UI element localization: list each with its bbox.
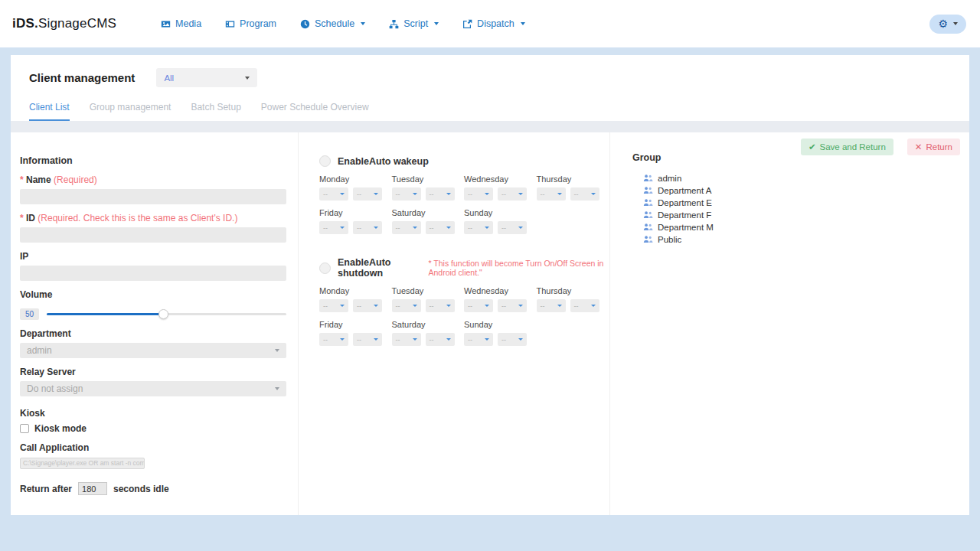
shutdown-hour-select[interactable]: -- xyxy=(319,333,348,346)
name-input[interactable] xyxy=(20,189,286,204)
kiosk-heading: Kiosk xyxy=(20,408,286,419)
group-item-label: admin xyxy=(658,174,681,183)
minute-select-value: -- xyxy=(430,224,434,232)
shutdown-minute-select[interactable]: -- xyxy=(498,299,527,312)
nav-item-script[interactable]: Script xyxy=(389,18,439,29)
page-title: Client management xyxy=(29,71,135,84)
group-tree-item[interactable]: admin xyxy=(643,172,969,184)
shutdown-minute-select[interactable]: -- xyxy=(353,333,382,346)
day-schedule-block: Monday -- -- xyxy=(319,286,392,312)
nav-item-label: Media xyxy=(175,18,201,29)
wakeup-hour-select[interactable]: -- xyxy=(537,187,566,201)
shutdown-minute-select[interactable]: -- xyxy=(570,299,599,312)
wakeup-hour-select[interactable]: -- xyxy=(464,221,493,234)
shutdown-minute-select[interactable]: -- xyxy=(426,299,455,312)
return-button[interactable]: ✕ Return xyxy=(907,139,960,155)
wakeup-minute-select[interactable]: -- xyxy=(498,221,527,234)
app-logo-rest: SignageCMS xyxy=(38,16,116,31)
minute-select-value: -- xyxy=(501,191,506,198)
wakeup-minute-select[interactable]: -- xyxy=(426,187,455,201)
shutdown-minute-select[interactable]: -- xyxy=(426,333,455,346)
volume-slider[interactable] xyxy=(47,309,286,319)
chevron-down-icon xyxy=(374,227,378,229)
minute-select-value: -- xyxy=(357,336,361,344)
client-filter-select[interactable]: All xyxy=(156,68,257,87)
shutdown-hour-select[interactable]: -- xyxy=(464,333,493,346)
shutdown-hour-select[interactable]: -- xyxy=(392,299,421,312)
volume-slider-thumb[interactable] xyxy=(158,309,168,319)
chevron-down-icon xyxy=(446,305,451,307)
tab-batch-setup[interactable]: Batch Setup xyxy=(191,102,240,121)
dispatch-icon xyxy=(462,19,472,29)
tab-group-management[interactable]: Group management xyxy=(90,102,172,121)
day-label: Tuesday xyxy=(392,174,465,184)
idle-seconds-input[interactable] xyxy=(78,482,107,495)
shutdown-heading: EnableAuto shutdown xyxy=(338,257,416,279)
shutdown-minute-select[interactable]: -- xyxy=(353,299,382,312)
day-schedule-block: Wednesday -- -- xyxy=(464,286,537,312)
nav-item-program[interactable]: Program xyxy=(225,18,276,29)
day-schedule-block: Sunday -- -- xyxy=(464,208,537,234)
group-tree-item[interactable]: Department A xyxy=(643,184,969,197)
nav-item-media[interactable]: Media xyxy=(161,18,201,29)
id-input[interactable] xyxy=(20,227,286,243)
ip-input[interactable] xyxy=(20,266,286,281)
group-item-label: Department F xyxy=(658,210,711,220)
group-tree-item[interactable]: Department M xyxy=(643,221,969,233)
minute-select-value: -- xyxy=(357,302,361,310)
app-logo-bold: iDS. xyxy=(12,16,38,31)
department-select[interactable]: admin xyxy=(20,343,286,358)
group-tree-item[interactable]: Department E xyxy=(643,197,969,209)
wakeup-hour-select[interactable]: -- xyxy=(464,187,493,201)
group-tree-item[interactable]: Department F xyxy=(643,209,969,221)
relay-server-select[interactable]: Do not assign xyxy=(20,381,286,396)
call-application-input[interactable]: C:\Signage\player.exe OR am start -n com… xyxy=(20,458,145,469)
enable-auto-shutdown-toggle[interactable] xyxy=(319,262,331,274)
settings-menu-button[interactable]: ⚙ xyxy=(929,15,966,34)
day-label: Friday xyxy=(319,320,392,329)
day-schedule-block: Friday -- -- xyxy=(319,208,392,234)
shutdown-days-grid: Monday -- -- Tuesday xyxy=(319,286,610,354)
save-and-return-button[interactable]: ✔ Save and Return xyxy=(801,139,893,155)
save-and-return-label: Save and Return xyxy=(820,142,886,152)
shutdown-minute-select[interactable]: -- xyxy=(498,333,527,346)
hour-select-value: -- xyxy=(468,302,472,310)
nav-item-schedule[interactable]: Schedule xyxy=(300,18,365,29)
shutdown-hour-select[interactable]: -- xyxy=(392,333,421,346)
chevron-down-icon xyxy=(374,193,378,195)
wakeup-minute-select[interactable]: -- xyxy=(353,221,382,234)
minute-select-value: -- xyxy=(430,336,434,344)
wakeup-minute-select[interactable]: -- xyxy=(570,187,599,201)
wakeup-hour-select[interactable]: -- xyxy=(392,221,421,234)
wakeup-minute-select[interactable]: -- xyxy=(426,221,455,234)
kiosk-mode-checkbox[interactable] xyxy=(20,424,29,433)
day-schedule-block: Monday -- -- xyxy=(319,174,392,201)
tab-client-list[interactable]: Client List xyxy=(29,102,70,121)
nav-item-dispatch[interactable]: Dispatch xyxy=(462,18,525,29)
tab-power-schedule-overview[interactable]: Power Schedule Overview xyxy=(261,102,369,121)
day-label: Saturday xyxy=(392,208,465,217)
shutdown-hour-select[interactable]: -- xyxy=(464,299,493,312)
kiosk-mode-row[interactable]: Kiosk mode xyxy=(20,423,286,434)
hour-select-value: -- xyxy=(541,191,545,198)
wakeup-hour-select[interactable]: -- xyxy=(319,187,348,201)
shutdown-hour-select[interactable]: -- xyxy=(319,299,348,312)
day-label: Wednesday xyxy=(464,174,537,184)
hour-select-value: -- xyxy=(468,224,472,232)
shutdown-hour-select[interactable]: -- xyxy=(537,299,566,312)
group-tree-item[interactable]: Public xyxy=(643,233,969,246)
wakeup-hour-select[interactable]: -- xyxy=(392,187,421,201)
wakeup-minute-select[interactable]: -- xyxy=(498,187,527,201)
shutdown-android-note: * This function will become Turn On/Off … xyxy=(428,259,609,277)
wakeup-hour-select[interactable]: -- xyxy=(319,221,348,234)
enable-auto-wakeup-toggle[interactable] xyxy=(319,155,331,167)
day-schedule-block: Friday -- -- xyxy=(319,320,392,346)
wakeup-minute-select[interactable]: -- xyxy=(353,187,382,201)
minute-select-value: -- xyxy=(357,191,361,198)
chevron-down-icon xyxy=(340,227,345,229)
name-required-note: (Required) xyxy=(54,174,97,185)
relay-server-select-value: Do not assign xyxy=(27,383,83,394)
schedule-column: EnableAuto wakeup Monday -- -- xyxy=(299,132,610,515)
app-logo[interactable]: iDS.SignageCMS xyxy=(12,16,116,31)
return-after-prefix: Return after xyxy=(20,484,72,494)
